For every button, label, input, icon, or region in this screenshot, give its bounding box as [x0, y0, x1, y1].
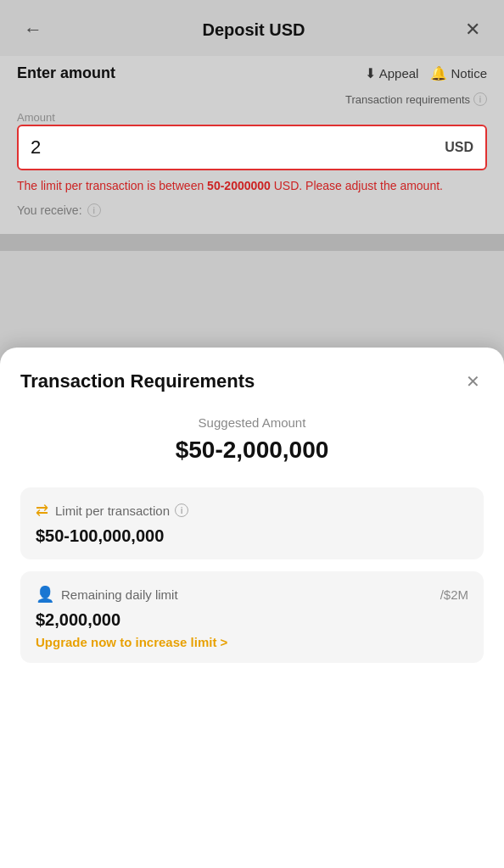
top-content: Enter amount ⬇ Appeal 🔔 Notice Transacti… [0, 56, 504, 234]
amount-input[interactable] [31, 136, 445, 159]
daily-limit-value: $2,000,000 [36, 610, 468, 630]
amount-label: Amount [17, 111, 55, 124]
transaction-requirements-panel: Transaction Requirements ✕ Suggested Amo… [0, 348, 504, 868]
panel-header: Transaction Requirements ✕ [20, 368, 484, 395]
upgrade-link[interactable]: Upgrade now to increase limit > [36, 635, 468, 649]
appeal-label: Appeal [379, 66, 419, 81]
amount-input-wrapper: USD [17, 125, 487, 170]
daily-limit-card-title: Remaining daily limit [61, 587, 178, 602]
you-receive-label: You receive: [17, 203, 82, 217]
header: ← Deposit USD ✕ [0, 0, 504, 56]
close-button[interactable]: ✕ [458, 15, 487, 44]
currency-label: USD [445, 140, 473, 155]
receive-info-icon[interactable]: i [87, 203, 101, 217]
panel-title: Transaction Requirements [20, 370, 255, 392]
limit-card-header: ⇄ Limit per transaction i [36, 501, 468, 520]
person-icon: 👤 [36, 585, 54, 604]
arrows-icon: ⇄ [36, 501, 48, 520]
appeal-button[interactable]: ⬇ Appeal [365, 65, 419, 81]
enter-amount-label: Enter amount [17, 64, 115, 82]
notice-icon: 🔔 [430, 65, 447, 81]
limit-card-title: Limit per transaction i [55, 504, 188, 518]
limit-card: ⇄ Limit per transaction i $50-100,000,00… [20, 487, 484, 559]
notice-button[interactable]: 🔔 Notice [430, 65, 487, 81]
error-message: The limit per transaction is between 50-… [17, 177, 487, 195]
suggested-section: Suggested Amount $50-2,000,000 [20, 415, 484, 464]
panel-close-button[interactable]: ✕ [462, 368, 484, 395]
enter-amount-row: Enter amount ⬇ Appeal 🔔 Notice [17, 64, 487, 82]
suggested-label: Suggested Amount [20, 415, 484, 430]
limit-info-icon[interactable]: i [175, 504, 188, 517]
appeal-icon: ⬇ [365, 65, 376, 81]
notice-label: Notice [451, 66, 487, 81]
daily-limit-card: 👤 Remaining daily limit /$2M $2,000,000 … [20, 571, 484, 663]
tx-requirements-label: Transaction requirements [345, 93, 470, 106]
limit-card-value: $50-100,000,000 [36, 526, 468, 546]
you-receive-row: You receive: i [17, 203, 487, 217]
daily-limit-suffix: /$2M [440, 587, 468, 602]
daily-limit-card-header: 👤 Remaining daily limit /$2M [36, 585, 468, 604]
back-button[interactable]: ← [17, 15, 49, 44]
tx-info-icon[interactable]: i [473, 92, 487, 106]
tx-requirements-row: Transaction requirements i [17, 92, 487, 106]
page-title: Deposit USD [49, 20, 458, 40]
top-actions: ⬇ Appeal 🔔 Notice [365, 65, 487, 81]
suggested-amount-value: $50-2,000,000 [20, 437, 484, 464]
